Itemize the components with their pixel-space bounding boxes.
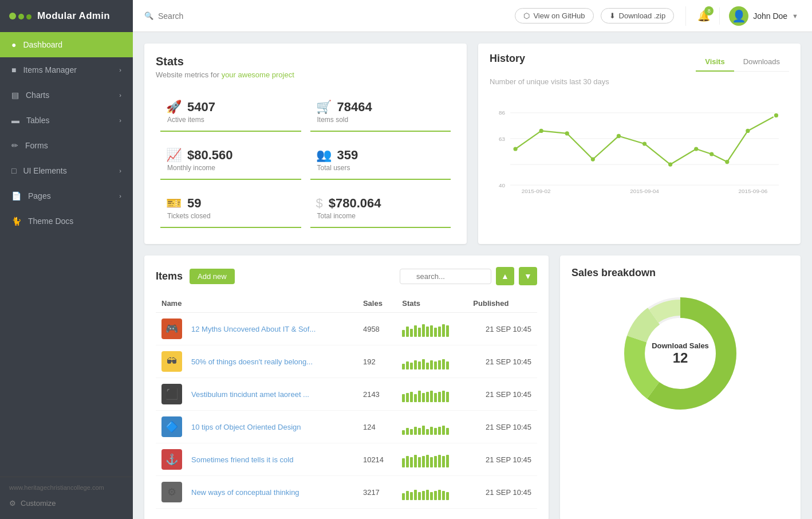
svg-point-12 [565, 131, 569, 135]
history-title: History [490, 53, 525, 65]
chevron-icon: › [119, 66, 121, 73]
rocket-icon: 🚀 [166, 100, 182, 115]
header-action-buttons: ⬡ View on GitHub ⬇ Download .zip [503, 8, 685, 23]
customize-button[interactable]: ⚙ Customize [9, 494, 124, 512]
sidebar-item-theme-docs[interactable]: 🐈 Theme Docs [0, 209, 133, 234]
item-published: 21 SEP 10:45 [467, 313, 537, 345]
sidebar-item-dashboard[interactable]: ● Dashboard [0, 32, 133, 57]
items-title: Items [156, 270, 183, 282]
chevron-icon: › [119, 167, 121, 174]
item-thumbnail: 🕶 [161, 351, 182, 372]
user-menu[interactable]: 👤 John Doe ▼ [729, 6, 798, 26]
sidebar-item-forms[interactable]: ✏ Forms [0, 133, 133, 158]
table-row: 🕶 50% of things doesn't really belong...… [156, 345, 537, 378]
logo-dot-1 [9, 13, 16, 19]
item-name-link[interactable]: Sometimes friend tells it is cold [191, 455, 293, 464]
main-layout: ● Dashboard ■ Items Manager › ▤ Charts ›… [0, 32, 812, 519]
logo-area: Modular Admin [0, 0, 133, 32]
item-name-link[interactable]: Vestibulum tincidunt amet laoreet ... [191, 390, 309, 399]
customize-label: Customize [21, 499, 56, 508]
col-sales: Sales [357, 294, 396, 313]
item-sales: 10214 [357, 443, 396, 476]
search-input[interactable] [158, 11, 273, 21]
sidebar-item-label: Theme Docs [28, 217, 73, 226]
sidebar-item-label: Dashboard [23, 40, 62, 49]
items-search-wrap: 🔍 ▲ ▼ [400, 267, 537, 285]
pages-icon: 📄 [11, 191, 21, 200]
stat-value: $80.560 [187, 148, 233, 163]
sidebar-item-pages[interactable]: 📄 Pages › [0, 183, 133, 209]
items-manager-icon: ■ [11, 65, 16, 74]
table-row: ⚓ Sometimes friend tells it is cold 1021… [156, 443, 537, 476]
tab-downloads[interactable]: Downloads [734, 53, 789, 72]
add-new-button[interactable]: Add new [190, 269, 235, 284]
ui-elements-icon: □ [11, 166, 16, 175]
items-search-input[interactable] [400, 269, 491, 284]
item-name-link[interactable]: New ways of conceptual thinking [191, 488, 299, 497]
item-published: 21 SEP 10:45 [467, 411, 537, 443]
chevron-icon: › [119, 117, 121, 124]
item-published: 21 SEP 10:45 [467, 476, 537, 509]
tables-icon: ▬ [11, 116, 19, 125]
item-published: 21 SEP 10:45 [467, 345, 537, 378]
user-caret-icon: ▼ [792, 13, 798, 19]
tab-visits[interactable]: Visits [696, 53, 734, 72]
stat-label: Total income [317, 212, 446, 220]
history-card: History Visits Downloads Number of uniqu… [478, 44, 801, 244]
sort-up-button[interactable]: ▲ [496, 267, 514, 285]
table-row: ⚙ New ways of conceptual thinking 3217 2… [156, 476, 537, 509]
item-stats-bars [396, 443, 467, 476]
stat-active-items: 🚀 5407 Active items [160, 93, 301, 132]
sort-down-button[interactable]: ▼ [519, 267, 537, 285]
sidebar-item-label: Items Manager [23, 65, 76, 74]
item-sales: 192 [357, 345, 396, 378]
line-chart-area: 86 63 40 2015-09-02 2015-09-04 2015-09-0… [478, 86, 801, 212]
item-sales: 4958 [357, 313, 396, 345]
download-button[interactable]: ⬇ Download .zip [601, 8, 675, 23]
github-button-label: View on GitHub [533, 11, 585, 20]
donut-label-text: Download Sales [652, 341, 709, 350]
github-button[interactable]: ⬡ View on GitHub [515, 8, 593, 23]
svg-text:63: 63 [499, 136, 506, 142]
history-tabs: Visits Downloads [696, 53, 789, 72]
table-row: ⬛ Vestibulum tincidunt amet laoreet ... … [156, 378, 537, 411]
svg-point-18 [709, 152, 714, 156]
stat-total-income: $ $780.064 Total income [310, 189, 451, 228]
items-header: Items Add new 🔍 ▲ ▼ [156, 267, 537, 285]
header-divider [719, 7, 720, 25]
app-title: Modular Admin [37, 10, 110, 22]
sales-breakdown-title: Sales breakdown [571, 267, 656, 279]
item-name-link[interactable]: 12 Myths Uncovered About IT & Sof... [191, 325, 316, 333]
col-name: Name [156, 294, 357, 313]
sidebar-item-ui-elements[interactable]: □ UI Elements › [0, 158, 133, 183]
item-name-link[interactable]: 10 tips of Object Oriented Design [191, 423, 301, 431]
stat-tickets-closed: 🎫 59 Tickets closed [160, 189, 301, 228]
donut-label-num: 12 [652, 350, 709, 366]
forms-icon: ✏ [11, 141, 18, 150]
sidebar-item-items-manager[interactable]: ■ Items Manager › [0, 57, 133, 82]
chart-icon: 📈 [166, 148, 182, 163]
table-row: 🔷 10 tips of Object Oriented Design 124 … [156, 411, 537, 443]
bottom-row: Items Add new 🔍 ▲ ▼ [144, 255, 801, 519]
stats-link[interactable]: your awesome project [222, 70, 294, 79]
github-icon: ⬡ [523, 11, 530, 20]
header-search-area: 🔍 [133, 11, 503, 21]
logo-dot-2 [18, 14, 24, 19]
sidebar-item-tables[interactable]: ▬ Tables › [0, 108, 133, 133]
stat-value: 359 [337, 148, 358, 163]
svg-point-10 [513, 147, 517, 151]
notifications-bell[interactable]: 🔔 8 [697, 10, 710, 22]
item-thumbnail: 🔷 [161, 416, 182, 437]
donut-chart-wrap: Download Sales 12 [617, 290, 743, 416]
item-stats-bars [396, 378, 467, 411]
svg-point-21 [774, 113, 779, 118]
table-header-row: Name Sales Stats Published [156, 294, 537, 313]
svg-text:2015-09-04: 2015-09-04 [630, 188, 659, 194]
svg-point-16 [668, 162, 672, 166]
ticket-icon: 🎫 [166, 196, 182, 211]
item-name-link[interactable]: 50% of things doesn't really belong... [191, 357, 313, 366]
svg-point-11 [539, 129, 543, 133]
sidebar-item-charts[interactable]: ▤ Charts › [0, 82, 133, 108]
item-sales: 2143 [357, 378, 396, 411]
content-area: Stats Website metrics for your awesome p… [133, 32, 812, 519]
